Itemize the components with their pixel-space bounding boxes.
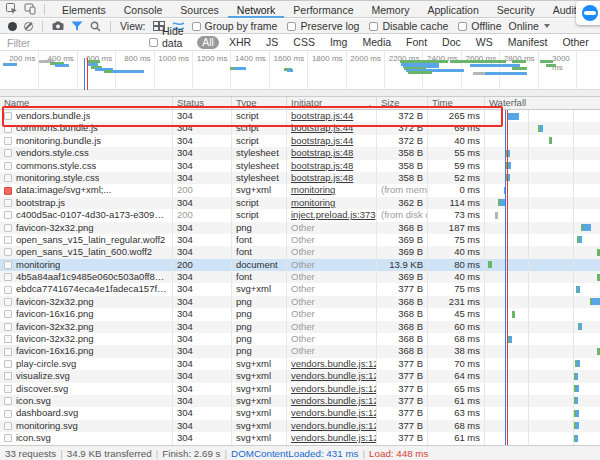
filter-pill-doc[interactable]: Doc [437, 36, 466, 49]
screenshot-capture-icon[interactable] [52, 21, 64, 31]
checkbox-preserve-log[interactable]: Preserve log [287, 20, 359, 32]
network-overview[interactable]: 200 ms400 ms600 ms800 ms1000 ms1200 ms14… [0, 51, 600, 97]
tab-network[interactable]: Network [228, 2, 285, 18]
request-name: 4b5a84aaf1c9485e060c503a0ff8cadb.woff2 [16, 271, 168, 283]
initiator-link[interactable]: monitoring [291, 197, 335, 208]
tab-console[interactable]: Console [115, 2, 172, 18]
request-name: commons.bundle.js [16, 122, 98, 134]
waterfall-bar [575, 360, 580, 367]
checkbox-offline[interactable]: Offline [458, 20, 501, 32]
table-row[interactable]: open_sans_v15_latin_600.woff2304fontOthe… [0, 246, 600, 258]
table-row[interactable]: favicon-16x16.png304pngOther368 B45 ms [0, 308, 600, 320]
filter-pill-js[interactable]: JS [261, 36, 283, 49]
initiator-link[interactable]: inject.preload.js:373 [291, 209, 376, 220]
table-row[interactable]: monitoring200documentOther13.9 KB80 ms [0, 259, 600, 271]
column-header-initiator[interactable]: Initiator▲ [287, 97, 377, 110]
table-row[interactable]: visualize.svg304svg+xmlvendors.bundle.js… [0, 370, 600, 382]
overview-gridline [538, 51, 539, 89]
table-row[interactable]: c400d5ac-0107-4d30-a173-e3099b56b578200s… [0, 209, 600, 221]
tab-security[interactable]: Security [488, 2, 544, 18]
initiator-link[interactable]: vendors.bundle.js:128 [291, 395, 377, 406]
table-row[interactable]: 4b5a84aaf1c9485e060c503a0ff8cadb.woff230… [0, 271, 600, 283]
initiator-link[interactable]: monitoring [291, 184, 335, 195]
tab-memory[interactable]: Memory [362, 2, 418, 18]
search-icon[interactable] [90, 21, 101, 32]
table-row[interactable]: vendors.style.css304stylesheetbootstrap.… [0, 147, 600, 159]
filter-input[interactable] [7, 37, 102, 49]
filter-pill-font[interactable]: Font [401, 36, 432, 49]
initiator-link[interactable]: bootstrap.js:44 [291, 135, 353, 146]
table-row[interactable]: monitoring.bundle.js304scriptbootstrap.j… [0, 135, 600, 147]
table-row[interactable]: bootstrap.js304scriptmonitoring362 B114 … [0, 197, 600, 209]
clear-icon[interactable] [24, 22, 33, 31]
initiator-link[interactable]: vendors.bundle.js:128 [291, 383, 377, 394]
table-row[interactable]: commons.style.css304stylesheetbootstrap.… [0, 160, 600, 172]
table-row[interactable]: favicon-32x32.png304pngOther368 B60 ms [0, 321, 600, 333]
inspect-element-icon[interactable] [6, 3, 18, 15]
table-row[interactable]: monitoring.style.css304stylesheetbootstr… [0, 172, 600, 184]
table-row[interactable]: commons.bundle.js304scriptbootstrap.js:4… [0, 122, 600, 134]
column-header-type[interactable]: Type [232, 97, 287, 110]
overview-tick-label: 800 ms [124, 54, 153, 63]
column-header-time[interactable]: Time [428, 97, 485, 110]
extension-badge[interactable] [576, 1, 600, 25]
column-header-size[interactable]: Size [377, 97, 428, 110]
table-row[interactable]: dashboard.svg304svg+xmlvendors.bundle.js… [0, 407, 600, 419]
initiator-link[interactable]: vendors.bundle.js:128 [291, 407, 377, 418]
cell-type: svg+xml [232, 395, 287, 407]
filter-pill-manifest[interactable]: Manifest [503, 36, 553, 49]
overview-gridline [230, 51, 231, 89]
filter-icon[interactable] [71, 21, 83, 31]
initiator-link[interactable]: bootstrap.js:48 [291, 160, 353, 171]
table-row[interactable]: favicon-16x16.png304pngOther368 B38 ms [0, 345, 600, 357]
tab-elements[interactable]: Elements [53, 2, 115, 18]
column-header-status[interactable]: Status [173, 97, 232, 110]
table-row[interactable]: monitoring.svg304svg+xmlvendors.bundle.j… [0, 420, 600, 432]
table-row[interactable]: favicon-32x32.png304pngOther368 B187 ms [0, 222, 600, 234]
checkbox-group-by-frame[interactable]: Group by frame [192, 20, 278, 32]
checkbox-disable-cache[interactable]: Disable cache [369, 20, 448, 32]
initiator-link[interactable]: bootstrap.js:48 [291, 147, 353, 158]
cell-status: 304 [173, 308, 232, 320]
initiator-link[interactable]: vendors.bundle.js:128 [291, 420, 377, 431]
initiator-link[interactable]: vendors.bundle.js:128 [291, 370, 377, 381]
column-header-name[interactable]: Name [0, 97, 173, 110]
record-network-log-icon[interactable] [8, 22, 17, 31]
table-row[interactable]: open_sans_v15_latin_regular.woff2304font… [0, 234, 600, 246]
initiator-link[interactable]: bootstrap.js:44 [291, 110, 353, 121]
table-row[interactable]: play-circle.svg304svg+xmlvendors.bundle.… [0, 358, 600, 370]
filter-pill-css[interactable]: CSS [288, 36, 320, 49]
filter-pill-media[interactable]: Media [357, 36, 396, 49]
request-name: open_sans_v15_latin_regular.woff2 [16, 234, 165, 246]
tab-performance[interactable]: Performance [284, 2, 362, 18]
table-row[interactable]: vendors.bundle.js304scriptbootstrap.js:4… [0, 110, 600, 122]
hide-data-urls-checkbox[interactable] [149, 38, 158, 47]
waterfall-segment [575, 397, 578, 404]
cell-name: favicon-32x32.png [0, 296, 173, 308]
column-header-waterfall[interactable]: Waterfall [485, 97, 600, 110]
initiator-link[interactable]: vendors.bundle.js:128 [291, 432, 377, 443]
filter-pill-all[interactable]: All [197, 36, 219, 49]
throttling-dropdown[interactable]: Online [509, 20, 550, 32]
cell-initiator: vendors.bundle.js:128 [287, 395, 377, 407]
table-row[interactable]: data:image/svg+xml;...200svg+xmlmonitori… [0, 184, 600, 196]
table-row[interactable]: favicon-32x32.png304pngOther368 B68 ms [0, 333, 600, 345]
filter-pill-img[interactable]: Img [325, 36, 353, 49]
filter-pill-xhr[interactable]: XHR [224, 36, 256, 49]
file-type-icon [4, 224, 12, 232]
tab-sources[interactable]: Sources [171, 2, 228, 18]
table-row[interactable]: icon.svg304svg+xmlvendors.bundle.js:1283… [0, 395, 600, 407]
filter-pill-ws[interactable]: WS [471, 36, 498, 49]
table-row[interactable]: favicon-32x32.png304pngOther368 B231 ms [0, 296, 600, 308]
initiator-link[interactable]: bootstrap.js:48 [291, 172, 353, 183]
table-row[interactable]: ebdca7741674eca4e1fadeca157f3ae6.svg304s… [0, 283, 600, 295]
table-row[interactable]: discover.svg304svg+xmlvendors.bundle.js:… [0, 383, 600, 395]
filter-pill-other[interactable]: Other [557, 36, 593, 49]
device-toolbar-icon[interactable] [24, 3, 36, 15]
tab-application[interactable]: Application [418, 2, 487, 18]
initiator-link[interactable]: vendors.bundle.js:128 [291, 358, 377, 369]
overview-request-bar [3, 63, 17, 66]
initiator-link[interactable]: bootstrap.js:44 [291, 122, 353, 133]
overview-tick-label: 1400 ms [235, 54, 269, 63]
table-row[interactable]: icon.svg304svg+xmlvendors.bundle.js:1283… [0, 432, 600, 444]
